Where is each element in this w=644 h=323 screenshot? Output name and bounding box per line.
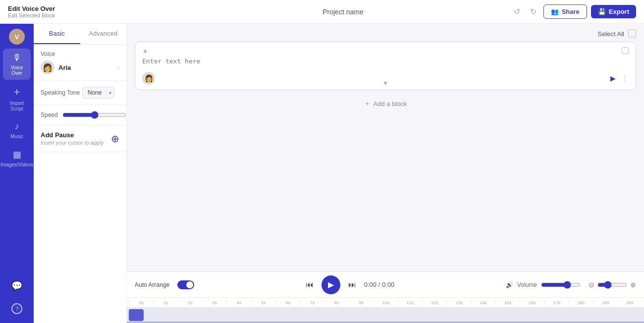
add-pause-row: Add Pause Insert your cursor to apply ⊕ bbox=[41, 131, 119, 146]
ruler-tick: 20s bbox=[618, 300, 642, 305]
add-pause-section: Add Pause Insert your cursor to apply ⊕ bbox=[34, 125, 126, 152]
images-videos-icon: ▦ bbox=[13, 149, 21, 160]
voice-section: Voice 👩 Aria › bbox=[34, 45, 126, 81]
ruler-tick: 19s bbox=[593, 300, 617, 305]
topbar-title-section: Edit Voice Over Edit Selected Block bbox=[8, 5, 175, 18]
left-panel: Basic Advanced Voice 👩 Aria › Speaking T… bbox=[34, 24, 127, 323]
voice-selector[interactable]: 👩 Aria › bbox=[41, 60, 119, 74]
ruler-tick: 13s bbox=[446, 300, 471, 305]
icon-sidebar-bottom: 💬 ? bbox=[3, 276, 31, 318]
select-all-checkbox[interactable] bbox=[628, 30, 636, 38]
ruler-inner: 0s1s2s3s4s5s6s7s8s9s10s11s12s13s14s15s16… bbox=[129, 300, 642, 305]
speaking-tone-section: Speaking Tone None bbox=[34, 81, 126, 105]
chat-icon: 💬 bbox=[11, 280, 22, 291]
speaking-tone-select[interactable]: None bbox=[82, 87, 114, 99]
ruler-tick: 8s bbox=[324, 300, 349, 305]
block-checkbox[interactable] bbox=[622, 47, 629, 54]
voice-over-icon: 🎙 bbox=[12, 53, 21, 63]
ruler-tick: 10s bbox=[373, 300, 397, 305]
ruler-tick: 7s bbox=[300, 300, 324, 305]
block-play-button[interactable]: ▶ bbox=[610, 74, 616, 82]
ruler-tick: 5s bbox=[251, 300, 275, 305]
sidebar-item-label-voice: Voice Over bbox=[6, 65, 28, 76]
skip-back-button[interactable]: ⏮ bbox=[306, 280, 314, 289]
sidebar-item-images-videos[interactable]: ▦ Images/Videos bbox=[3, 145, 31, 171]
speed-label: Speed bbox=[41, 111, 58, 118]
zoom-slider[interactable] bbox=[597, 281, 627, 289]
timeline-clip bbox=[129, 309, 144, 321]
content-area: Select All ▲ 👩 ▶ ⋮ bbox=[127, 24, 644, 323]
timeline-track bbox=[127, 307, 644, 323]
voice-row-container: Voice bbox=[41, 51, 119, 60]
add-block-button[interactable]: ＋ Add a block bbox=[364, 99, 407, 108]
add-block-label: Add a block bbox=[374, 100, 407, 108]
add-pause-hint: Insert your cursor to apply bbox=[41, 140, 104, 146]
sidebar-item-voice-over[interactable]: 🎙 Voice Over bbox=[3, 49, 31, 80]
add-block-row: ＋ Add a block bbox=[135, 94, 636, 113]
zoom-row: ⊖ ⊕ bbox=[589, 281, 636, 289]
block-avatar: 👩 bbox=[142, 72, 155, 85]
skip-forward-button[interactable]: ⏭ bbox=[348, 280, 356, 289]
volume-row: 🔊 Volume bbox=[506, 281, 581, 289]
ruler-tick: 18s bbox=[569, 300, 593, 305]
blocks-area: ▲ 👩 ▶ ⋮ ▼ ＋ A bbox=[127, 42, 644, 271]
add-icon: ＋ bbox=[364, 99, 371, 108]
add-pause-label: Add Pause bbox=[41, 131, 104, 139]
ruler-tick: 17s bbox=[544, 300, 569, 305]
import-script-icon: + bbox=[14, 86, 20, 99]
block-collapse-top-button[interactable]: ▲ bbox=[142, 47, 148, 54]
select-all-label: Select All bbox=[598, 30, 624, 38]
ruler-tick: 12s bbox=[422, 300, 446, 305]
sidebar-item-label-import: Import Script bbox=[6, 101, 28, 111]
redo-button[interactable]: ↻ bbox=[527, 5, 539, 18]
ruler-tick: 0s bbox=[129, 300, 153, 305]
speed-section: Speed 0% bbox=[34, 105, 126, 125]
music-icon: ♪ bbox=[15, 121, 19, 132]
share-button[interactable]: 👥 Share bbox=[543, 4, 587, 19]
zoom-in-button[interactable]: ⊕ bbox=[630, 281, 636, 289]
ruler-tick: 9s bbox=[349, 300, 373, 305]
tabs-row: Basic Advanced bbox=[34, 24, 126, 45]
add-pause-info: Add Pause Insert your cursor to apply bbox=[41, 131, 104, 146]
topbar: Edit Voice Over Edit Selected Block Proj… bbox=[0, 0, 644, 24]
sidebar-item-music[interactable]: ♪ Music bbox=[3, 117, 31, 143]
ruler-tick: 15s bbox=[495, 300, 520, 305]
voice-label: Voice bbox=[41, 51, 55, 57]
block-collapse-bottom-button[interactable]: ▼ bbox=[382, 80, 388, 87]
play-main-icon: ▶ bbox=[328, 280, 334, 289]
export-button[interactable]: 💾 Export bbox=[591, 5, 636, 18]
voice-avatar: 👩 bbox=[41, 60, 54, 74]
share-icon: 👥 bbox=[551, 8, 559, 15]
ruler-tick: 4s bbox=[226, 300, 251, 305]
volume-slider[interactable] bbox=[541, 281, 581, 289]
sidebar-item-help[interactable]: ? bbox=[3, 299, 31, 318]
block-text-input[interactable] bbox=[142, 57, 629, 69]
tab-advanced[interactable]: Advanced bbox=[80, 24, 127, 44]
auto-arrange-label: Auto Arrange bbox=[135, 281, 169, 288]
sidebar-item-chat[interactable]: 💬 bbox=[3, 276, 31, 295]
block-top-controls: ▲ bbox=[142, 47, 629, 54]
sidebar-item-import-script[interactable]: + Import Script bbox=[3, 82, 31, 115]
block-more-button[interactable]: ⋮ bbox=[621, 74, 629, 83]
speed-slider[interactable] bbox=[62, 111, 126, 119]
ruler-tick: 3s bbox=[202, 300, 226, 305]
speaking-tone-wrapper: None bbox=[82, 87, 114, 99]
ruler-tick: 11s bbox=[398, 300, 422, 305]
speaking-tone-label: Speaking Tone bbox=[41, 89, 80, 96]
export-icon: 💾 bbox=[598, 8, 606, 15]
volume-label: Volume bbox=[517, 281, 537, 288]
undo-button[interactable]: ↺ bbox=[511, 5, 523, 18]
add-pause-button[interactable]: ⊕ bbox=[111, 133, 119, 145]
user-avatar: V bbox=[9, 29, 25, 45]
zoom-out-button[interactable]: ⊖ bbox=[589, 281, 594, 289]
main-layout: V 🎙 Voice Over + Import Script ♪ Music ▦… bbox=[0, 24, 644, 323]
tab-basic[interactable]: Basic bbox=[34, 24, 80, 44]
select-all-row: Select All bbox=[598, 30, 636, 38]
auto-arrange-toggle[interactable] bbox=[177, 280, 194, 289]
content-top: Select All bbox=[127, 24, 644, 42]
icon-sidebar: V 🎙 Voice Over + Import Script ♪ Music ▦… bbox=[0, 24, 34, 323]
speed-row: Speed 0% bbox=[41, 111, 119, 119]
play-main-button[interactable]: ▶ bbox=[322, 275, 340, 294]
volume-icon: 🔊 bbox=[506, 281, 513, 288]
project-name: Project name bbox=[175, 8, 510, 16]
